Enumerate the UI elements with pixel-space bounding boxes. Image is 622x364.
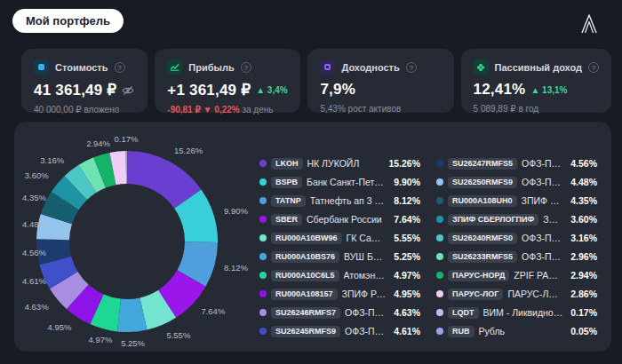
legend-row-ПАРУС-НОРД[interactable]: ПАРУС-НОРДZPIF PARUS-Nord...2.94% bbox=[436, 269, 597, 281]
asset-share: 7.64% bbox=[390, 214, 420, 225]
down-arrow-icon: ▼ bbox=[203, 105, 212, 115]
passive-income-icon bbox=[474, 59, 489, 75]
profit-value: +1 361,49 ₽ bbox=[167, 81, 251, 99]
asset-name: Атомэнергопро... bbox=[344, 270, 387, 281]
help-icon[interactable]: ? bbox=[115, 62, 125, 73]
asset-share: 4.97% bbox=[390, 270, 420, 281]
ticker-badge: ПАРУС-ЛОГ bbox=[448, 289, 503, 300]
assets-growth-pct: 5,43% bbox=[320, 104, 345, 114]
legend-dot bbox=[436, 160, 443, 167]
legend-dot bbox=[436, 290, 443, 297]
legend-row-RU000A10C6L5[interactable]: RU000A10C6L5Атомэнергопро...4.97% bbox=[259, 269, 420, 281]
ticker-badge: ПАРУС-НОРД bbox=[448, 270, 509, 281]
asset-share: 4.95% bbox=[390, 289, 420, 299]
asset-share: 4.56% bbox=[567, 158, 597, 169]
donut-slice-label: 4.61% bbox=[22, 276, 46, 286]
asset-name: Татнефть ап 3 вып. bbox=[310, 195, 387, 206]
legend-row-SU26247RMFS5[interactable]: SU26247RMFS5ОФЗ-ПД 26247 ...4.56% bbox=[436, 157, 597, 170]
ticker-badge: RU000A10C6L5 bbox=[271, 270, 339, 281]
legend-row-RUB[interactable]: RUBРубль0.05% bbox=[436, 325, 597, 337]
help-icon[interactable]: ? bbox=[406, 62, 417, 73]
donut-slice-label: 4.95% bbox=[47, 322, 71, 332]
legend-row-SU26233RMFS5[interactable]: SU26233RMFS5ОФЗ-ПД 26233 ...2.96% bbox=[436, 250, 597, 263]
ticker-badge: LQDT bbox=[448, 307, 479, 319]
yield-icon bbox=[320, 59, 335, 75]
asset-name: Сбербанк России bbox=[307, 214, 382, 225]
legend-row-ЗПИФ СБЕРЛОГПИФ[interactable]: ЗПИФ СБЕРЛОГПИФЗПИФ ПАР...3.60% bbox=[436, 213, 597, 226]
card-yield-label: Доходность bbox=[341, 62, 399, 73]
asset-name: ЗПИФ Рентал П... bbox=[342, 289, 387, 299]
legend-row-SU26246RMFS7[interactable]: SU26246RMFS7ОФЗ-ПД 26246 ...4.63% bbox=[259, 306, 420, 319]
asset-share: 5.25% bbox=[390, 251, 420, 262]
donut-slice-label: 4.48% bbox=[22, 219, 46, 229]
legend-dot bbox=[436, 216, 443, 223]
legend-row-SBER[interactable]: SBERСбербанк России7.64% bbox=[259, 213, 420, 226]
ticker-badge: SU26247RMFS5 bbox=[448, 158, 517, 170]
asset-name: ЗПИФ ПАР... bbox=[543, 214, 562, 225]
asset-share: 2.96% bbox=[567, 251, 597, 262]
legend-row-LQDT[interactable]: LQDTВИМ - Ликвидность0.17% bbox=[436, 306, 597, 319]
donut-slice-label: 7.64% bbox=[201, 306, 225, 316]
legend-row-TATNP[interactable]: TATNPТатнефть ап 3 вып.8.12% bbox=[259, 194, 420, 207]
legend-dot bbox=[259, 216, 267, 223]
portfolio-structure-panel: 15.26%9.90%8.12%7.64%5.55%5.25%4.97%4.95… bbox=[14, 122, 611, 352]
ticker-badge: RU000A108157 bbox=[271, 289, 338, 300]
ticker-badge: TATNP bbox=[271, 195, 306, 207]
asset-share: 2.86% bbox=[567, 289, 597, 299]
daily-loss: -90,81 ₽ bbox=[167, 105, 201, 115]
legend-dot bbox=[259, 234, 267, 241]
asset-share: 15.26% bbox=[385, 158, 420, 169]
legend-row-SU26240RMFS0[interactable]: SU26240RMFS0ОФЗ-ПД 26240 ...3.16% bbox=[436, 232, 597, 244]
legend-row-ПАРУС-ЛОГ[interactable]: ПАРУС-ЛОГПАРУС-ЛОГИСТИКА2.86% bbox=[436, 288, 597, 300]
passive-income-value: 12,41% bbox=[474, 81, 526, 99]
legend-dot bbox=[259, 178, 267, 186]
asset-share: 0.17% bbox=[567, 307, 597, 318]
asset-share: 4.48% bbox=[567, 177, 597, 187]
legend-dot bbox=[436, 328, 443, 335]
asset-share: 2.94% bbox=[567, 270, 597, 281]
legend-row-SU26245RMFS9[interactable]: SU26245RMFS9ОФЗ-ПД 26245 ...4.61% bbox=[259, 325, 420, 337]
legend-row-BSPB[interactable]: BSPBБанк Санкт-Петербург9.90% bbox=[259, 176, 420, 188]
assets-growth-suffix: рост активов bbox=[348, 104, 402, 114]
topbar: Мой портфель bbox=[0, 0, 622, 39]
asset-name: ЗПИФ ПАРУС-К... bbox=[522, 195, 563, 206]
donut-slice-label: 4.97% bbox=[89, 335, 113, 344]
donut-slice-label: 2.94% bbox=[86, 138, 110, 148]
legend-row-RU000A108157[interactable]: RU000A108157ЗПИФ Рентал П...4.95% bbox=[259, 288, 420, 300]
legend-row-LKOH[interactable]: LKOHНК ЛУКОЙЛ15.26% bbox=[259, 157, 420, 170]
help-icon[interactable]: ? bbox=[588, 62, 599, 73]
yield-value: 7,9% bbox=[320, 81, 355, 99]
legend-dot bbox=[436, 197, 443, 204]
legend-row-SU26250RMFS9[interactable]: SU26250RMFS9ОФЗ-ПД 26250 ...4.48% bbox=[436, 176, 597, 188]
stat-cards-row: Стоимость ? 41 361,49 ₽ 40 000,00 ₽ влож… bbox=[21, 49, 611, 113]
brand-logo-icon bbox=[574, 9, 604, 39]
legend-row-RU000A10BW96[interactable]: RU000A10BW96ГК Самолет БО...5.55% bbox=[259, 232, 420, 244]
asset-name: НК ЛУКОЙЛ bbox=[307, 158, 360, 169]
my-portfolio-button[interactable]: Мой портфель bbox=[12, 9, 124, 33]
help-icon[interactable]: ? bbox=[241, 62, 251, 73]
donut-slice-label: 0.17% bbox=[115, 134, 139, 144]
donut-slice-label: 15.26% bbox=[174, 146, 203, 155]
ticker-badge: RU000A10BS76 bbox=[271, 251, 339, 263]
profit-icon bbox=[167, 59, 182, 75]
profit-delta: ▲ 3,4% bbox=[256, 85, 287, 95]
daily-change: -90,81 ₽ ▼ 0,22% за день bbox=[167, 105, 288, 115]
asset-name: ВИМ - Ликвидность bbox=[483, 307, 563, 318]
legend-column-1: LKOHНК ЛУКОЙЛ15.26%BSPBБанк Санкт-Петерб… bbox=[259, 157, 420, 337]
ticker-badge: SU26245RMFS9 bbox=[271, 326, 340, 337]
asset-name: ОФЗ-ПД 26233 ... bbox=[522, 251, 562, 262]
legend-row-RU000A108UH0[interactable]: RU000A108UH0ЗПИФ ПАРУС-К...4.35% bbox=[436, 194, 597, 207]
eye-off-icon[interactable] bbox=[122, 85, 134, 96]
legend-dot bbox=[436, 234, 443, 241]
donut-slice-label: 5.55% bbox=[166, 330, 190, 340]
ticker-badge: SU26246RMFS7 bbox=[271, 307, 340, 319]
holdings-legend: LKOHНК ЛУКОЙЛ15.26%BSPBБанк Санкт-Петерб… bbox=[259, 122, 611, 352]
invested-amount: 40 000,00 ₽ вложено bbox=[34, 105, 135, 115]
legend-row-RU000A10BS76[interactable]: RU000A10BS76ВУШ БО 001Р-045.25% bbox=[259, 250, 420, 263]
donut-slice-label: 4.35% bbox=[22, 193, 46, 202]
asset-share: 4.63% bbox=[390, 307, 420, 318]
asset-name: ПАРУС-ЛОГИСТИКА bbox=[507, 289, 562, 299]
ticker-badge: SU26233RMFS5 bbox=[448, 251, 517, 263]
passive-income-delta: ▲ 13,1% bbox=[530, 85, 567, 95]
card-value: Стоимость ? 41 361,49 ₽ 40 000,00 ₽ влож… bbox=[21, 49, 148, 113]
